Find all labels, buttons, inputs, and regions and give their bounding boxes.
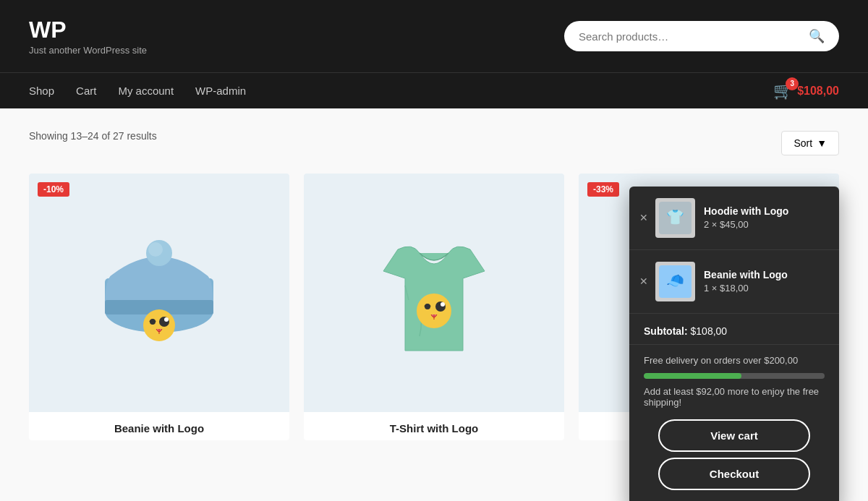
- site-logo[interactable]: WP: [29, 17, 147, 43]
- delivery-section: Free delivery on orders over $200,00 Add…: [629, 345, 839, 490]
- hoodie-qty-price: 2 × $45,00: [704, 219, 825, 230]
- delivery-progress-bar: [644, 373, 825, 379]
- nav-bar: Shop Cart My account WP-admin 🛒 3 $108,0…: [0, 72, 868, 108]
- product-card-beanie[interactable]: -10%: [29, 174, 289, 440]
- nav-wp-admin[interactable]: WP-admin: [195, 85, 246, 97]
- beanie-details: Beanie with Logo 1 × $18,00: [704, 269, 825, 294]
- delivery-text: Free delivery on orders over $200,00: [644, 355, 825, 366]
- subtotal-value: $108,00: [691, 325, 728, 337]
- hoodie-name: Hoodie with Logo: [704, 205, 825, 217]
- hoodie-image: 👕: [659, 202, 692, 234]
- cart-item-hoodie: ✕ 👕 Hoodie with Logo 2 × $45,00: [629, 187, 839, 250]
- site-tagline: Just another WordPress site: [29, 45, 147, 56]
- nav-shop[interactable]: Shop: [29, 85, 54, 97]
- search-bar: 🔍: [564, 21, 839, 51]
- subtotal-label: Subtotal:: [644, 325, 688, 337]
- cart-item-beanie: ✕ 🧢 Beanie with Logo 1 × $18,00: [629, 250, 839, 314]
- product-badge-single: -33%: [587, 182, 619, 197]
- header: WP Just another WordPress site 🔍: [0, 0, 868, 72]
- search-icon[interactable]: 🔍: [809, 28, 825, 44]
- product-card-tshirt[interactable]: T-Shirt with Logo: [304, 174, 564, 440]
- cart-icon-wrap: 🛒 3: [773, 82, 793, 100]
- cart-dropdown: ✕ 👕 Hoodie with Logo 2 × $45,00 ✕: [629, 187, 839, 502]
- cart-total: $108,00: [797, 85, 839, 98]
- nav-links: Shop Cart My account WP-admin: [29, 85, 246, 97]
- beanie-qty-price: 1 × $18,00: [704, 283, 825, 294]
- nav-cart[interactable]: Cart: [76, 85, 96, 97]
- beanie-illustration: [87, 206, 231, 380]
- cart-area[interactable]: 🛒 3 $108,00 ✕ 👕 Hoodie with Logo 2 × $45…: [773, 82, 839, 100]
- logo-area: WP Just another WordPress site: [29, 17, 147, 56]
- product-badge-beanie: -10%: [38, 182, 69, 197]
- view-cart-button[interactable]: View cart: [658, 419, 810, 452]
- product-image-beanie: -10%: [29, 174, 289, 412]
- beanie-image: 🧢: [659, 265, 692, 298]
- delivery-progress-fill: [644, 373, 741, 379]
- hoodie-thumbnail: 👕: [655, 198, 695, 238]
- remove-hoodie-button[interactable]: ✕: [639, 213, 648, 223]
- beanie-thumbnail: 🧢: [655, 262, 695, 301]
- sort-label: Sort: [793, 137, 812, 149]
- results-info: Showing 13–24 of 27 results: [29, 130, 157, 142]
- sort-button[interactable]: Sort ▼: [781, 131, 839, 155]
- subtotal-row: Subtotal: $108,00: [629, 314, 839, 345]
- svg-point-9: [143, 309, 175, 341]
- svg-text:👕: 👕: [666, 208, 684, 226]
- product-name-beanie: Beanie with Logo: [29, 412, 289, 440]
- top-bar: Showing 13–24 of 27 results Sort ▼: [29, 130, 839, 156]
- hoodie-details: Hoodie with Logo 2 × $45,00: [704, 205, 825, 230]
- remove-beanie-button[interactable]: ✕: [639, 276, 648, 286]
- product-image-tshirt: [304, 174, 564, 412]
- delivery-note: Add at least $92,00 more to enjoy the fr…: [644, 386, 825, 408]
- svg-point-8: [148, 242, 163, 257]
- nav-my-account[interactable]: My account: [118, 85, 174, 97]
- tshirt-illustration: [362, 206, 506, 380]
- beanie-name: Beanie with Logo: [704, 269, 825, 281]
- sort-chevron-icon: ▼: [817, 137, 827, 149]
- cart-badge: 3: [786, 77, 799, 90]
- search-input[interactable]: [579, 30, 809, 43]
- svg-text:🧢: 🧢: [666, 272, 684, 289]
- svg-point-12: [164, 317, 169, 322]
- svg-point-14: [417, 294, 451, 328]
- product-name-tshirt: T-Shirt with Logo: [304, 412, 564, 440]
- checkout-button[interactable]: Checkout: [658, 458, 810, 490]
- svg-point-17: [441, 302, 445, 307]
